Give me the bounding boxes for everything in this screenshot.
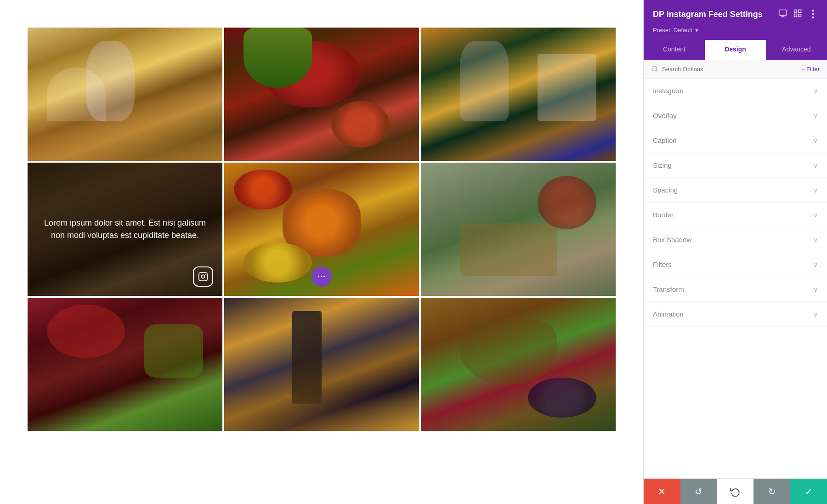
option-animation[interactable]: Animation ∨ [644, 302, 827, 327]
chevron-icon-border: ∨ [813, 211, 818, 219]
tab-bar: Content Design Advanced [644, 40, 827, 60]
grid-icon[interactable] [793, 9, 802, 20]
chevron-icon-caption: ∨ [813, 137, 818, 144]
feed-item-6[interactable] [421, 163, 616, 296]
search-icon [651, 65, 658, 73]
option-spacing[interactable]: Spacing ∨ [644, 178, 827, 203]
save-button[interactable]: ✓ [790, 479, 827, 504]
chevron-icon-spacing: ∨ [813, 187, 818, 194]
feed-item-9[interactable] [421, 298, 616, 431]
chevron-icon-overlay: ∨ [813, 112, 818, 119]
chevron-icon-box-shadow: ∨ [813, 236, 818, 244]
feed-item-2[interactable] [224, 28, 419, 161]
history-button[interactable] [717, 479, 754, 504]
instagram-icon [193, 266, 213, 287]
option-caption[interactable]: Caption ∨ [644, 128, 827, 153]
chevron-icon-transform: ∨ [813, 286, 818, 293]
cancel-button[interactable]: ✕ [644, 479, 680, 504]
tab-advanced[interactable]: Advanced [766, 40, 827, 60]
svg-rect-6 [794, 10, 797, 12]
svg-point-1 [201, 275, 204, 278]
feed-item-3[interactable] [421, 28, 616, 161]
main-preview-area: Lorem ipsum dolor sit amet. Est nisi gal… [0, 0, 643, 504]
option-box-shadow[interactable]: Box Shadow ∨ [644, 227, 827, 252]
history-icon [730, 487, 740, 497]
dots-menu-icon[interactable]: ··· [312, 266, 332, 287]
tab-content[interactable]: Content [644, 40, 705, 60]
option-instagram[interactable]: Instagram ∨ [644, 79, 827, 103]
feed-row-2: Lorem ipsum dolor sit amet. Est nisi gal… [28, 163, 616, 296]
svg-rect-9 [799, 14, 801, 17]
search-bar: + Filter [644, 60, 827, 79]
option-sizing[interactable]: Sizing ∨ [644, 153, 827, 178]
feed-item-1[interactable] [28, 28, 222, 161]
chevron-icon-instagram: ∨ [813, 87, 818, 95]
header-top-row: DP Instagram Feed Settings ⋮ [653, 8, 818, 20]
svg-point-2 [205, 274, 206, 275]
preset-selector[interactable]: Preset: Default ▼ [653, 27, 818, 34]
feed-item-4[interactable]: Lorem ipsum dolor sit amet. Est nisi gal… [28, 163, 222, 296]
svg-rect-8 [794, 14, 797, 17]
options-list: Instagram ∨ Overlay ∨ Caption ∨ Sizing ∨… [644, 79, 827, 478]
feed-item-8[interactable] [224, 298, 419, 431]
svg-rect-3 [779, 10, 787, 15]
overlay-text: Lorem ipsum dolor sit amet. Est nisi gal… [37, 217, 213, 242]
chevron-icon-filters: ∨ [813, 261, 818, 268]
undo-button[interactable]: ↺ [680, 479, 717, 504]
svg-rect-7 [799, 10, 801, 12]
option-border[interactable]: Border ∨ [644, 203, 827, 227]
svg-point-10 [652, 66, 657, 71]
search-input[interactable] [662, 66, 798, 73]
header-icons-group: ⋮ [778, 8, 818, 20]
panel-title: DP Instagram Feed Settings [653, 10, 763, 19]
viewport-icon[interactable] [778, 9, 787, 20]
chevron-icon-sizing: ∨ [813, 162, 818, 169]
action-bar: ✕ ↺ ↻ ✓ [644, 478, 827, 504]
panel-header: DP Instagram Feed Settings ⋮ [644, 0, 827, 40]
svg-line-11 [656, 70, 657, 72]
tab-design[interactable]: Design [705, 40, 766, 60]
svg-rect-0 [199, 272, 207, 281]
feed-row-1 [28, 28, 616, 161]
feed-row-3 [28, 298, 616, 431]
preset-arrow-icon: ▼ [694, 28, 699, 33]
option-overlay[interactable]: Overlay ∨ [644, 103, 827, 128]
redo-button[interactable]: ↻ [753, 479, 790, 504]
option-transform[interactable]: Transform ∨ [644, 277, 827, 302]
settings-panel: DP Instagram Feed Settings ⋮ [643, 0, 827, 504]
filter-button[interactable]: + Filter [801, 66, 820, 73]
feed-item-5[interactable]: ··· [224, 163, 419, 296]
chevron-icon-animation: ∨ [813, 311, 818, 318]
more-options-icon[interactable]: ⋮ [808, 8, 818, 20]
option-filters[interactable]: Filters ∨ [644, 252, 827, 277]
feed-item-7[interactable] [28, 298, 222, 431]
